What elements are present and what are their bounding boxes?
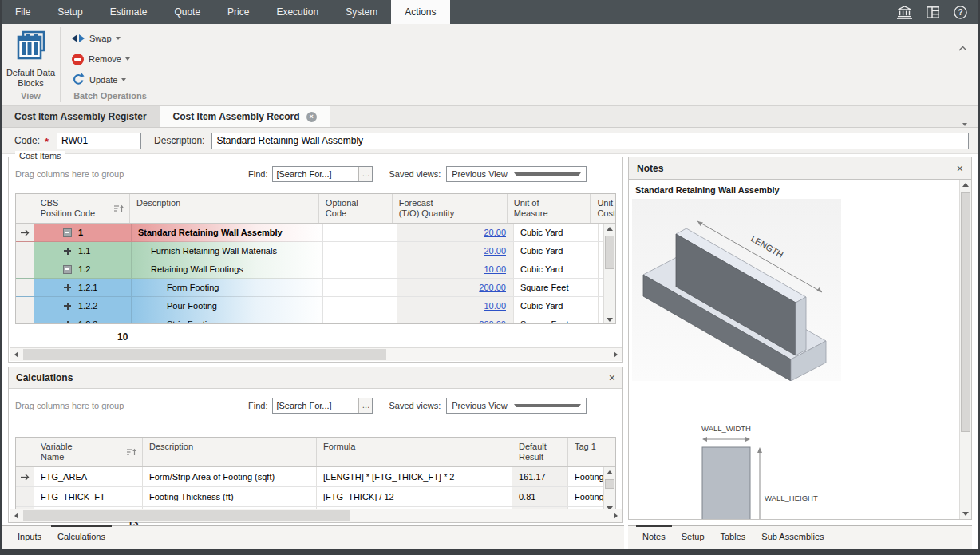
vertical-scrollbar[interactable] xyxy=(959,180,971,519)
horizontal-scrollbar[interactable] xyxy=(10,347,622,361)
menu-estimate[interactable]: Estimate xyxy=(97,0,161,24)
scroll-right-button[interactable] xyxy=(609,509,622,522)
tab-setup[interactable]: Setup xyxy=(674,526,713,549)
menu-actions[interactable]: Actions xyxy=(391,0,449,24)
column-header-formula[interactable]: Formula xyxy=(317,438,512,466)
optional-code-cell[interactable] xyxy=(323,224,397,241)
search-input[interactable] xyxy=(273,398,358,413)
column-header-default-result[interactable]: Default Result xyxy=(512,438,568,466)
quantity-link[interactable]: 10.00 xyxy=(484,264,506,274)
menu-quote[interactable]: Quote xyxy=(160,0,214,24)
collapse-row-icon[interactable] xyxy=(63,228,72,237)
close-panel-icon[interactable]: × xyxy=(609,372,615,383)
expand-row-icon[interactable] xyxy=(63,283,72,292)
search-options-button[interactable]: … xyxy=(358,398,372,413)
column-header-unit-of-measure[interactable]: Unit of Measure xyxy=(508,194,591,223)
code-field[interactable] xyxy=(57,133,141,149)
scrollbar-thumb[interactable] xyxy=(605,479,614,489)
scroll-up-button[interactable] xyxy=(604,467,615,478)
remove-button[interactable]: Remove xyxy=(72,51,160,67)
scroll-left-button[interactable] xyxy=(10,509,22,522)
menu-system[interactable]: System xyxy=(332,0,391,24)
table-row[interactable]: 1.2 Retaining Wall Footings 10.00 Cubic … xyxy=(16,260,615,279)
quantity-link[interactable]: 200.00 xyxy=(479,319,506,324)
table-row[interactable]: 1 Standard Retaining Wall Assembly 20.00… xyxy=(16,224,615,242)
calculations-panel-title: Calculations xyxy=(16,372,609,383)
scrollbar-thumb[interactable] xyxy=(23,510,350,521)
optional-code-cell[interactable] xyxy=(323,260,397,278)
help-icon[interactable]: ? xyxy=(946,0,978,24)
menu-execution[interactable]: Execution xyxy=(263,0,332,24)
scroll-right-button[interactable] xyxy=(609,348,622,361)
collapse-row-icon[interactable] xyxy=(63,265,72,274)
tab-calculations[interactable]: Calculations xyxy=(49,526,113,549)
column-header-cbs-position-code[interactable]: CBS Position Code xyxy=(34,194,130,223)
quantity-link[interactable]: 10.00 xyxy=(484,301,506,311)
horizontal-scrollbar[interactable] xyxy=(10,509,622,522)
quantity-link[interactable]: 20.00 xyxy=(484,246,506,256)
tab-cost-item-assembly-register[interactable]: Cost Item Assembly Register xyxy=(2,106,160,127)
current-row-arrow-icon xyxy=(16,467,34,486)
table-row[interactable]: 1.2.2 Pour Footing 10.00 Cubic Yard xyxy=(16,297,615,315)
group-by-hint[interactable]: Drag columns here to group xyxy=(15,169,248,179)
optional-code-cell[interactable] xyxy=(323,315,397,324)
optional-code-cell[interactable] xyxy=(323,297,397,315)
tab-cost-item-assembly-record[interactable]: Cost Item Assembly Record × xyxy=(160,106,330,127)
optional-code-cell[interactable] xyxy=(323,242,397,260)
menu-setup[interactable]: Setup xyxy=(44,0,96,24)
column-header-forecast-quantity[interactable]: Forecast (T/O) Quantity xyxy=(393,194,508,223)
scrollbar-thumb[interactable] xyxy=(23,349,386,360)
column-header-description[interactable]: Description xyxy=(143,438,317,466)
table-row[interactable]: FTG_THICK_FT Footing Thickness (ft) [FTG… xyxy=(16,487,615,507)
tab-notes[interactable]: Notes xyxy=(634,526,674,549)
tab-inputs[interactable]: Inputs xyxy=(10,526,49,549)
bank-icon[interactable] xyxy=(890,0,919,24)
quantity-link[interactable]: 20.00 xyxy=(484,228,506,237)
description-field[interactable] xyxy=(211,133,969,149)
column-header-tag-1[interactable]: Tag 1 xyxy=(568,438,615,466)
scrollbar-thumb[interactable] xyxy=(961,192,970,432)
column-header-description[interactable]: Description xyxy=(130,194,319,223)
wall-section-diagram-image: WALL_WIDTH WALL_HEIGHT xyxy=(632,421,854,520)
optional-code-cell[interactable] xyxy=(323,279,397,296)
table-row[interactable]: 1.2.1 Form Footing 200.00 Square Feet xyxy=(16,279,615,297)
search-options-button[interactable]: … xyxy=(358,167,372,181)
column-header-variable-name[interactable]: Variable Name xyxy=(34,438,143,466)
expand-row-icon[interactable] xyxy=(63,320,72,325)
group-by-hint[interactable]: Drag columns here to group xyxy=(15,401,248,410)
vertical-scrollbar[interactable] xyxy=(603,467,615,513)
search-input[interactable] xyxy=(273,167,358,181)
code-label: Code: xyxy=(14,135,40,146)
scroll-up-button[interactable] xyxy=(604,224,615,234)
scroll-up-button[interactable] xyxy=(960,180,971,190)
saved-views-select[interactable]: Previous View xyxy=(446,166,587,182)
expand-row-icon[interactable] xyxy=(63,247,72,256)
menu-price[interactable]: Price xyxy=(214,0,263,24)
grid-layout-icon[interactable] xyxy=(919,0,946,24)
default-data-blocks-button[interactable]: Default Data Blocks xyxy=(5,29,57,89)
right-bottom-tab-strip: Notes Setup Tables Sub Assemblies xyxy=(628,525,972,549)
menu-file[interactable]: File xyxy=(2,0,44,24)
column-header-unit-cost[interactable]: Unit Cost xyxy=(591,194,615,223)
table-row[interactable]: FTG_AREA Form/Strip Area of Footing (sqf… xyxy=(16,467,615,487)
chevron-down-icon xyxy=(121,78,126,81)
vertical-scrollbar[interactable] xyxy=(603,224,615,324)
scrollbar-thumb[interactable] xyxy=(605,236,614,269)
update-button[interactable]: Update xyxy=(72,72,160,88)
close-tab-icon[interactable]: × xyxy=(306,112,317,122)
quantity-link[interactable]: 200.00 xyxy=(479,283,506,292)
table-row[interactable]: 1.2.3 Strip Footing 200.00 Square Feet xyxy=(16,315,615,324)
scroll-down-button[interactable] xyxy=(604,315,615,324)
ribbon-group-view: Default Data Blocks View xyxy=(2,24,60,105)
close-panel-icon[interactable]: × xyxy=(957,163,963,174)
scroll-down-button[interactable] xyxy=(960,509,971,519)
tab-tables[interactable]: Tables xyxy=(713,526,754,549)
collapse-ribbon-button[interactable] xyxy=(958,40,967,54)
swap-button[interactable]: Swap xyxy=(72,30,160,46)
column-header-optional-code[interactable]: Optional Code xyxy=(319,194,393,223)
scroll-left-button[interactable] xyxy=(10,348,22,361)
table-row[interactable]: 1.1 Furnish Retaining Wall Materials 20.… xyxy=(16,242,615,260)
expand-row-icon[interactable] xyxy=(63,302,72,311)
saved-views-select[interactable]: Previous View xyxy=(446,398,587,414)
tab-sub-assemblies[interactable]: Sub Assemblies xyxy=(753,526,832,549)
